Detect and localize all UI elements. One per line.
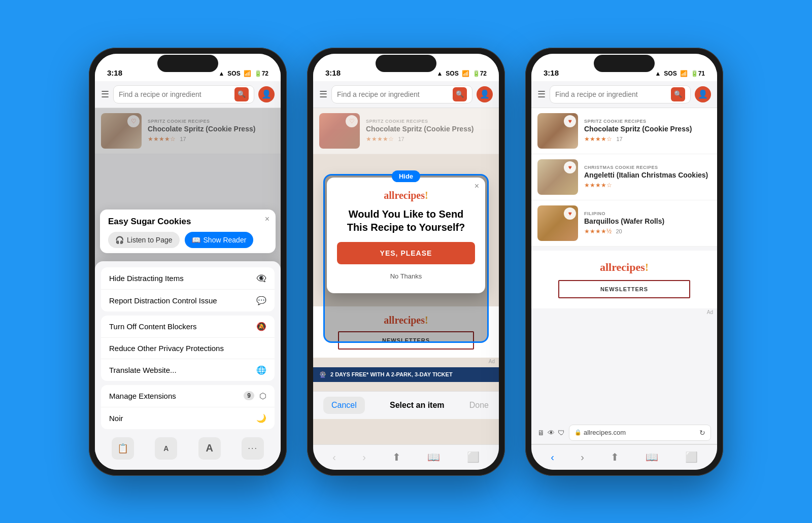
- nav-bar-2: ☰ 🔍 👤: [313, 81, 499, 108]
- show-reader-button[interactable]: 📖 Show Reader: [185, 232, 254, 248]
- modal-close-button[interactable]: ×: [475, 182, 479, 191]
- hamburger-icon-2[interactable]: ☰: [319, 89, 327, 100]
- phone-3: 3:18 ▲ SOS 📶 🔋71 ☰ 🔍 👤 ♥: [525, 48, 723, 476]
- search-input-2[interactable]: [337, 90, 449, 98]
- nav-bar-1: ☰ 🔍 👤: [95, 81, 281, 108]
- newsletters-button-3[interactable]: NEWSLETTERS: [558, 280, 691, 298]
- user-avatar-3[interactable]: 👤: [695, 86, 711, 102]
- hide-items-icon: 👁‍🗨: [256, 273, 266, 283]
- wifi-icon-3: 📶: [680, 70, 688, 77]
- hide-items-label: Hide Distracting Items: [109, 274, 184, 283]
- heart-button-3-2[interactable]: ♥: [564, 207, 576, 220]
- cancel-button[interactable]: Cancel: [323, 397, 365, 414]
- shield-icon[interactable]: 🛡: [558, 429, 565, 437]
- menu-row-extensions[interactable]: Manage Extensions 9 ⬡: [101, 385, 275, 407]
- content-3: ♥ SPRITZ COOKIE RECIPES Chocolate Spritz…: [531, 108, 717, 422]
- battery-icon-2: 🔋72: [472, 70, 487, 77]
- menu-row-translate[interactable]: Translate Website... 🌐: [101, 359, 275, 381]
- recipe-info-3-0: SPRITZ COOKIE RECIPES Chocolate Spritz (…: [584, 119, 711, 143]
- sos-label-3: SOS: [664, 70, 676, 77]
- ad-text-2: 2 DAYS FREE* WITH A 2-PARK, 3-DAY TICKET: [330, 371, 453, 377]
- modal-no-button[interactable]: No Thanks: [387, 269, 425, 283]
- search-bar-3[interactable]: 🔍: [550, 85, 691, 103]
- bottom-toolbar-2: ‹ › ⬆ 📖 ⬜: [313, 444, 499, 470]
- sheet-btn-reader[interactable]: 📋: [112, 437, 134, 460]
- forward-button-2[interactable]: ›: [358, 447, 370, 467]
- share-button-2[interactable]: ⬆: [388, 447, 405, 467]
- url-field[interactable]: 🔒 allrecipes.com ↻: [569, 425, 711, 441]
- user-avatar-1[interactable]: 👤: [258, 86, 275, 102]
- content-blockers-icon: 🔕: [256, 322, 266, 331]
- back-button-2[interactable]: ‹: [328, 447, 340, 467]
- modal-logo: allrecipes!: [337, 190, 475, 201]
- forward-button-3[interactable]: ›: [577, 447, 588, 467]
- status-time-2: 3:18: [325, 68, 341, 77]
- page-menu-close[interactable]: ×: [265, 215, 269, 224]
- recipe-title-3-0: Chocolate Spritz (Cookie Press): [584, 125, 711, 133]
- recipe-stars-3-2: ★★★★½: [584, 228, 612, 235]
- listen-to-page-button[interactable]: 🎧 Listen to Page: [108, 232, 180, 248]
- battery-icon-3: 🔋71: [691, 70, 705, 77]
- tabs-button-2[interactable]: ⬜: [463, 447, 484, 467]
- content-blockers-label: Turn Off Content Blockers: [109, 322, 197, 331]
- hamburger-icon-3[interactable]: ☰: [537, 89, 546, 100]
- location-icon-2: ▲: [436, 70, 443, 77]
- screen-icon[interactable]: 🖥: [537, 429, 545, 437]
- recipe-item-3-0[interactable]: ♥ SPRITZ COOKIE RECIPES Chocolate Spritz…: [531, 108, 717, 154]
- report-distraction-label: Report Distraction Control Issue: [109, 296, 217, 305]
- search-button-2[interactable]: 🔍: [453, 87, 467, 101]
- search-bar-2[interactable]: 🔍: [331, 85, 472, 103]
- bookmarks-button-2[interactable]: 📖: [423, 447, 444, 467]
- recipe-count-3-2: 20: [616, 228, 622, 234]
- menu-section-extensions: Manage Extensions 9 ⬡ Noir 🌙: [101, 385, 275, 429]
- noir-icon: 🌙: [256, 413, 266, 423]
- recipe-item-3-2[interactable]: ♥ FILIPINO Barquillos (Wafer Rolls) ★★★★…: [531, 200, 717, 247]
- search-input-3[interactable]: [555, 90, 667, 98]
- sheet-btn-font-large[interactable]: A: [198, 437, 221, 460]
- hide-badge[interactable]: Hide: [392, 170, 420, 182]
- heart-button-3-0[interactable]: ♥: [564, 115, 576, 127]
- reader-icon: 📖: [192, 236, 200, 244]
- allrecipes-section-3: allrecipes! NEWSLETTERS: [531, 251, 717, 308]
- recipe-category-3-2: FILIPINO: [584, 211, 711, 216]
- translate-label: Translate Website...: [109, 366, 177, 374]
- recipe-thumb-3-1: ♥: [537, 159, 578, 195]
- menu-row-noir[interactable]: Noir 🌙: [101, 407, 275, 429]
- menu-row-content-blockers[interactable]: Turn Off Content Blockers 🔕: [101, 316, 275, 338]
- bookmarks-button-3[interactable]: 📖: [641, 447, 662, 467]
- recipe-stars-bg-2: ★★★★☆: [366, 135, 394, 143]
- heart-button-3-1[interactable]: ♥: [564, 161, 576, 173]
- heart-bg-2: ♡: [346, 115, 358, 127]
- extensions-label: Manage Extensions: [109, 392, 176, 400]
- nav-bar-3: ☰ 🔍 👤: [531, 81, 717, 108]
- search-input-1[interactable]: [119, 90, 230, 98]
- status-time-3: 3:18: [544, 68, 559, 77]
- sheet-btn-font-small[interactable]: A: [155, 437, 177, 460]
- recipe-info-3-2: FILIPINO Barquillos (Wafer Rolls) ★★★★½ …: [584, 211, 711, 235]
- ad-strip-2: 🎡 2 DAYS FREE* WITH A 2-PARK, 3-DAY TICK…: [313, 367, 499, 382]
- search-button-1[interactable]: 🔍: [234, 87, 249, 101]
- search-button-3[interactable]: 🔍: [671, 87, 685, 101]
- share-button-3[interactable]: ⬆: [606, 447, 623, 467]
- hamburger-icon[interactable]: ☰: [101, 89, 109, 100]
- extensions-badge: 9: [244, 391, 254, 400]
- eye-icon[interactable]: 👁: [548, 429, 555, 437]
- menu-row-hide-items[interactable]: Hide Distracting Items 👁‍🗨: [101, 267, 275, 290]
- user-avatar-2[interactable]: 👤: [477, 86, 493, 102]
- privacy-label: Reduce Other Privacy Protections: [109, 344, 224, 353]
- tabs-button-3[interactable]: ⬜: [681, 447, 702, 467]
- menu-row-report-distraction[interactable]: Report Distraction Control Issue 💬: [101, 290, 275, 311]
- url-bar-3: 🖥 👁 🛡 🔒 allrecipes.com ↻: [531, 422, 717, 444]
- recipe-item-3-1[interactable]: ♥ CHRISTMAS COOKIE RECIPES Angeletti (It…: [531, 154, 717, 200]
- recipe-category-3-1: CHRISTMAS COOKIE RECIPES: [584, 165, 711, 170]
- reload-icon[interactable]: ↻: [699, 429, 705, 437]
- ad-label-3: Ad: [531, 308, 717, 316]
- dynamic-island-1: [157, 55, 218, 72]
- modal-yes-button[interactable]: YES, PLEASE: [337, 242, 475, 264]
- menu-row-privacy[interactable]: Reduce Other Privacy Protections: [101, 338, 275, 359]
- recipe-count-bg-2: 17: [398, 136, 404, 142]
- search-bar-1[interactable]: 🔍: [113, 85, 254, 103]
- status-icons-3: ▲ SOS 📶 🔋71: [655, 70, 705, 77]
- sheet-btn-more[interactable]: ···: [242, 437, 264, 460]
- back-button-3[interactable]: ‹: [547, 447, 558, 467]
